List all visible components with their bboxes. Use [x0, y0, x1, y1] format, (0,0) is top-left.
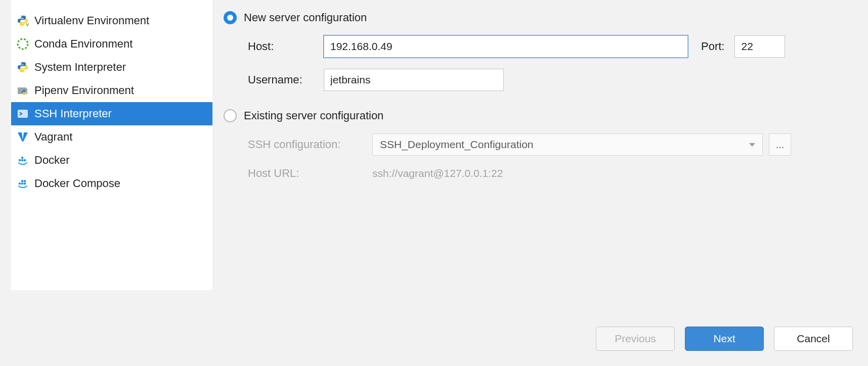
interpreter-type-sidebar: V Virtualenv Environment Conda Environme… [11, 0, 212, 290]
port-label: Port: [701, 40, 724, 53]
python-venv-icon: V [16, 14, 29, 27]
host-input[interactable] [324, 35, 688, 58]
chevron-down-icon [749, 143, 755, 147]
cancel-button[interactable]: Cancel [774, 327, 853, 351]
sidebar-item-docker-compose[interactable]: Docker Compose [11, 172, 212, 195]
svg-rect-6 [18, 110, 28, 118]
svg-rect-8 [21, 159, 23, 161]
svg-text:V: V [26, 22, 29, 27]
svg-rect-10 [21, 157, 23, 159]
previous-button: Previous [596, 327, 675, 351]
svg-rect-14 [21, 180, 23, 182]
new-config-form: Host: Port: Username: [248, 35, 853, 91]
sidebar-label: Pipenv Environment [34, 84, 134, 97]
pipenv-icon [16, 84, 29, 97]
svg-point-1 [24, 24, 25, 25]
sidebar-item-pipenv[interactable]: Pipenv Environment [11, 79, 212, 102]
sidebar-label: SSH Interpreter [34, 107, 112, 120]
username-input[interactable] [324, 69, 504, 91]
existing-config-form: SSH configuration: SSH_Deployment_Config… [248, 133, 853, 180]
docker-compose-icon [16, 177, 29, 190]
ssh-config-browse-button[interactable]: ... [769, 133, 791, 156]
svg-point-3 [18, 39, 28, 49]
svg-point-4 [21, 63, 22, 64]
port-input[interactable] [734, 35, 785, 58]
sidebar-label: Vagrant [34, 130, 72, 144]
host-url-label: Host URL: [248, 167, 372, 180]
sidebar-item-conda[interactable]: Conda Environment [11, 32, 212, 56]
sidebar-label: System Interpreter [34, 61, 126, 74]
sidebar-item-vagrant[interactable]: Vagrant [11, 125, 212, 149]
svg-rect-9 [24, 159, 26, 161]
sidebar-label: Conda Environment [34, 37, 133, 51]
ssh-icon [16, 107, 29, 120]
python-icon [16, 61, 29, 74]
conda-icon [16, 37, 29, 51]
host-url-value: ssh://vagrant@127.0.0.1:22 [372, 167, 503, 179]
svg-rect-7 [19, 159, 21, 161]
ssh-config-value: SSH_Deployment_Configuration [380, 139, 534, 151]
sidebar-item-virtualenv[interactable]: V Virtualenv Environment [11, 9, 212, 32]
username-label: Username: [248, 73, 324, 86]
host-label: Host: [248, 40, 324, 53]
docker-icon [16, 154, 29, 167]
svg-rect-15 [24, 180, 26, 182]
ssh-config-select[interactable]: SSH_Deployment_Configuration [372, 133, 763, 156]
sidebar-item-ssh[interactable]: SSH Interpreter [11, 102, 212, 125]
svg-point-0 [21, 17, 22, 18]
vagrant-icon [16, 130, 29, 144]
next-button[interactable]: Next [685, 327, 764, 351]
svg-rect-12 [21, 182, 23, 185]
radio-new-config-row[interactable]: New server configuration [224, 11, 853, 24]
svg-point-5 [24, 71, 25, 72]
ssh-config-label: SSH configuration: [248, 138, 372, 151]
radio-new-label: New server configuration [244, 11, 367, 24]
sidebar-label: Docker Compose [34, 177, 120, 190]
ellipsis-icon: ... [776, 139, 785, 151]
svg-rect-13 [24, 182, 26, 185]
radio-existing-label: Existing server configuration [244, 109, 383, 122]
radio-existing-config-row[interactable]: Existing server configuration [224, 109, 853, 122]
main-panel: New server configuration Host: Port: Use… [212, 0, 868, 366]
sidebar-item-system[interactable]: System Interpreter [11, 56, 212, 79]
radio-new-config[interactable] [224, 11, 237, 24]
sidebar-item-docker[interactable]: Docker [11, 149, 212, 172]
sidebar-label: Virtualenv Environment [34, 14, 149, 27]
wizard-footer: Previous Next Cancel [596, 327, 853, 351]
sidebar-label: Docker [34, 154, 70, 167]
radio-existing-config[interactable] [224, 109, 237, 122]
svg-rect-11 [19, 182, 21, 185]
